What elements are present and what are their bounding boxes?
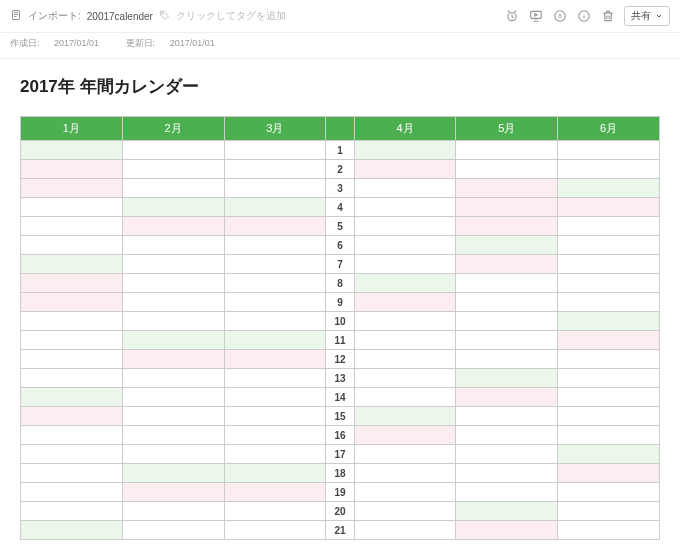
calendar-cell[interactable] [122, 445, 224, 464]
table-row[interactable]: 21 [21, 521, 660, 540]
calendar-cell[interactable] [354, 141, 456, 160]
calendar-cell[interactable] [354, 179, 456, 198]
table-row[interactable]: 17 [21, 445, 660, 464]
calendar-cell[interactable] [456, 160, 558, 179]
calendar-cell[interactable] [558, 464, 660, 483]
calendar-cell[interactable] [456, 369, 558, 388]
tag-icon[interactable] [159, 10, 170, 23]
calendar-cell[interactable] [456, 198, 558, 217]
calendar-cell[interactable] [354, 350, 456, 369]
calendar-cell[interactable] [456, 426, 558, 445]
calendar-cell[interactable] [122, 274, 224, 293]
calendar-cell[interactable] [224, 331, 326, 350]
calendar-cell[interactable] [456, 312, 558, 331]
calendar-cell[interactable] [558, 255, 660, 274]
calendar-cell[interactable] [354, 160, 456, 179]
calendar-cell[interactable] [122, 464, 224, 483]
calendar-cell[interactable] [224, 350, 326, 369]
calendar-cell[interactable] [558, 141, 660, 160]
calendar-cell[interactable] [122, 160, 224, 179]
calendar-cell[interactable] [354, 369, 456, 388]
calendar-cell[interactable] [558, 217, 660, 236]
table-row[interactable]: 5 [21, 217, 660, 236]
calendar-cell[interactable] [21, 236, 123, 255]
calendar-cell[interactable] [21, 217, 123, 236]
table-row[interactable]: 4 [21, 198, 660, 217]
calendar-cell[interactable] [456, 179, 558, 198]
calendar-cell[interactable] [21, 331, 123, 350]
calendar-cell[interactable] [21, 521, 123, 540]
calendar-cell[interactable] [558, 331, 660, 350]
calendar-cell[interactable] [224, 217, 326, 236]
trash-icon[interactable] [600, 8, 616, 24]
calendar-cell[interactable] [456, 483, 558, 502]
calendar-cell[interactable] [456, 350, 558, 369]
calendar-cell[interactable] [122, 407, 224, 426]
calendar-cell[interactable] [122, 502, 224, 521]
calendar-cell[interactable] [122, 350, 224, 369]
calendar-cell[interactable] [354, 521, 456, 540]
calendar-cell[interactable] [122, 217, 224, 236]
content-area[interactable]: 2017年 年間カレンダー 1月 2月 3月 4月 5月 6月 12345678… [0, 59, 680, 545]
calendar-cell[interactable] [21, 255, 123, 274]
calendar-cell[interactable] [354, 388, 456, 407]
calendar-cell[interactable] [354, 464, 456, 483]
calendar-cell[interactable] [354, 312, 456, 331]
calendar-cell[interactable] [224, 274, 326, 293]
calendar-cell[interactable] [558, 274, 660, 293]
calendar-cell[interactable] [456, 217, 558, 236]
calendar-cell[interactable] [122, 426, 224, 445]
calendar-cell[interactable] [456, 274, 558, 293]
calendar-cell[interactable] [224, 293, 326, 312]
calendar-cell[interactable] [21, 160, 123, 179]
calendar-cell[interactable] [456, 141, 558, 160]
calendar-cell[interactable] [224, 255, 326, 274]
calendar-cell[interactable] [21, 350, 123, 369]
calendar-cell[interactable] [354, 293, 456, 312]
calendar-cell[interactable] [456, 502, 558, 521]
calendar-cell[interactable] [558, 521, 660, 540]
calendar-cell[interactable] [354, 407, 456, 426]
table-row[interactable]: 15 [21, 407, 660, 426]
calendar-cell[interactable] [122, 255, 224, 274]
table-row[interactable]: 12 [21, 350, 660, 369]
calendar-cell[interactable] [558, 179, 660, 198]
calendar-cell[interactable] [558, 445, 660, 464]
calendar-cell[interactable] [354, 331, 456, 350]
calendar-cell[interactable] [224, 502, 326, 521]
reminder-icon[interactable] [504, 8, 520, 24]
calendar-cell[interactable] [122, 141, 224, 160]
calendar-cell[interactable] [558, 388, 660, 407]
calendar-cell[interactable] [224, 483, 326, 502]
calendar-cell[interactable] [224, 407, 326, 426]
calendar-cell[interactable] [224, 141, 326, 160]
calendar-cell[interactable] [21, 312, 123, 331]
calendar-cell[interactable] [21, 179, 123, 198]
table-row[interactable]: 16 [21, 426, 660, 445]
page-title[interactable]: 2017年 年間カレンダー [20, 75, 660, 98]
calendar-cell[interactable] [224, 312, 326, 331]
calendar-cell[interactable] [224, 198, 326, 217]
calendar-cell[interactable] [558, 369, 660, 388]
calendar-cell[interactable] [558, 312, 660, 331]
calendar-cell[interactable] [224, 369, 326, 388]
calendar-cell[interactable] [21, 141, 123, 160]
calendar-cell[interactable] [456, 331, 558, 350]
table-row[interactable]: 13 [21, 369, 660, 388]
note-title[interactable]: 20017calender [87, 11, 153, 22]
calendar-cell[interactable] [354, 274, 456, 293]
calendar-cell[interactable] [558, 160, 660, 179]
calendar-cell[interactable] [122, 312, 224, 331]
share-button[interactable]: 共有 [624, 6, 670, 26]
calendar-cell[interactable] [456, 236, 558, 255]
calendar-cell[interactable] [354, 255, 456, 274]
calendar-cell[interactable] [558, 502, 660, 521]
table-row[interactable]: 6 [21, 236, 660, 255]
table-row[interactable]: 14 [21, 388, 660, 407]
calendar-cell[interactable] [21, 445, 123, 464]
table-row[interactable]: 19 [21, 483, 660, 502]
calendar-cell[interactable] [456, 407, 558, 426]
calendar-cell[interactable] [21, 502, 123, 521]
table-row[interactable]: 10 [21, 312, 660, 331]
calendar-cell[interactable] [456, 464, 558, 483]
